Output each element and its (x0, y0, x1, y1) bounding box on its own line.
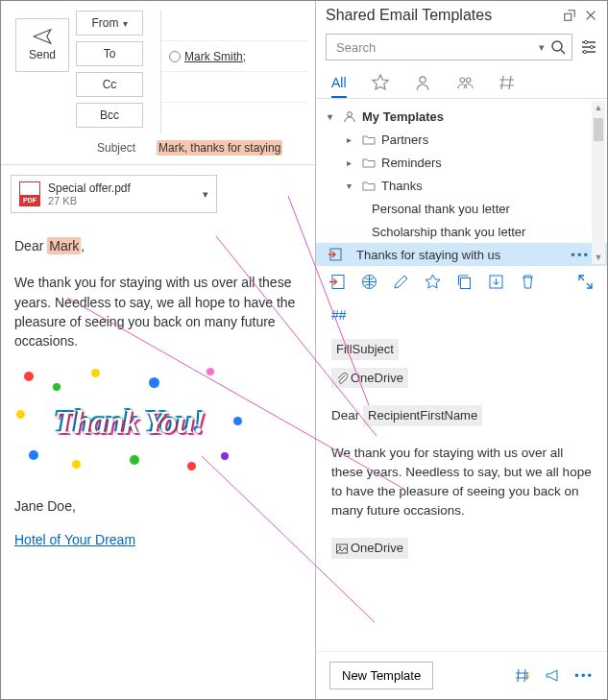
to-value-cell[interactable]: Mark Smith; (161, 41, 307, 72)
tree-folder-thanks[interactable]: ▾ Thanks (316, 174, 607, 197)
item-label: Personal thank you letter (372, 202, 510, 216)
edit-icon[interactable] (393, 274, 409, 290)
template-preview: ## FillSubject OneDrive Dear RecipientFi… (316, 298, 607, 651)
folder-open-icon (362, 179, 376, 192)
tab-person[interactable] (414, 68, 431, 98)
new-template-button[interactable]: New Template (329, 662, 433, 689)
cc-label: Cc (103, 78, 117, 91)
expand-icon[interactable] (577, 274, 594, 290)
app-root: Send From ▾ To Cc Bcc (0, 0, 608, 700)
tree-root-my-templates[interactable]: ▾ My Templates (316, 105, 607, 128)
subject-value: Mark, thanks for staying (157, 140, 282, 156)
recipient-radio-icon (169, 51, 181, 62)
scrollbar[interactable]: ▲ ▼ (592, 101, 605, 264)
new-template-label: New Template (342, 668, 421, 683)
to-label: To (104, 47, 116, 60)
svg-point-2 (590, 45, 593, 48)
announce-icon[interactable] (545, 667, 561, 684)
attachment-chip[interactable]: Special offer.pdf 27 KB ▾ (11, 175, 217, 213)
search-input[interactable]: Search ▾ (326, 34, 572, 60)
field-values-column: Mark Smith; (160, 11, 307, 133)
svg-point-6 (466, 77, 471, 82)
preview-dear: Dear (331, 408, 359, 422)
field-buttons-column: From ▾ To Cc Bcc (76, 11, 155, 133)
search-icon[interactable] (550, 39, 566, 55)
signature-link[interactable]: Hotel of Your Dream (14, 532, 135, 547)
tree-root-label: My Templates (362, 109, 444, 124)
image-icon (336, 543, 348, 555)
pdf-icon (19, 181, 40, 206)
to-recipient[interactable]: Mark Smith; (184, 50, 246, 63)
chip-label: OneDrive (351, 541, 403, 555)
templates-panel: Shared Email Templates Search ▾ All (316, 1, 607, 699)
subject-field[interactable]: Mark, thanks for staying (153, 139, 307, 157)
tree-folder-partners[interactable]: ▸ Partners (316, 128, 607, 151)
bcc-button[interactable]: Bcc (76, 103, 143, 128)
recipient-macro-chip: RecipientFirstName (363, 405, 482, 426)
attachment-name: Special offer.pdf (48, 181, 195, 195)
svg-point-7 (348, 112, 353, 117)
tab-team[interactable] (456, 68, 474, 98)
item-more-icon[interactable]: ••• (571, 248, 590, 262)
download-icon[interactable] (488, 274, 504, 290)
compose-body[interactable]: Dear Mark, We thank you for staying with… (1, 213, 315, 699)
tree-item-thanks-selected[interactable]: Thanks for staying with us ••• (316, 243, 607, 266)
cc-button[interactable]: Cc (76, 72, 143, 97)
globe-icon[interactable] (361, 274, 377, 290)
trash-icon[interactable] (520, 274, 536, 290)
scroll-up-icon[interactable]: ▲ (592, 101, 605, 114)
greeting-prefix: Dear (14, 238, 47, 253)
item-label: Thanks for staying with us (356, 248, 500, 262)
panel-footer: New Template ••• (316, 651, 607, 699)
insert-icon[interactable] (329, 274, 346, 290)
svg-point-1 (584, 40, 587, 43)
twisty-open-icon: ▾ (347, 181, 356, 191)
footer-more-icon[interactable]: ••• (574, 668, 594, 683)
to-button[interactable]: To (76, 41, 143, 66)
filter-settings-icon[interactable] (580, 38, 597, 56)
tree-folder-reminders[interactable]: ▸ Reminders (316, 151, 607, 174)
hash-bolt-icon[interactable] (515, 667, 531, 684)
attachment-text: Special offer.pdf 27 KB (48, 181, 195, 206)
tab-all[interactable]: All (331, 68, 347, 98)
template-tree: ▲ ▼ ▾ My Templates ▸ Partners ▸ Reminder… (316, 99, 607, 266)
item-label: Scholarship thank you letter (372, 225, 525, 239)
thank-you-image: Thank You! (14, 364, 245, 479)
star-outline-icon[interactable] (425, 274, 441, 290)
twisty-closed-icon: ▸ (347, 157, 356, 168)
from-button[interactable]: From ▾ (76, 11, 143, 36)
attachment-chevron-icon[interactable]: ▾ (203, 188, 208, 201)
svg-point-14 (339, 546, 341, 548)
chip-label: OneDrive (351, 371, 403, 385)
search-row: Search ▾ (316, 30, 607, 68)
preview-paragraph: We thank you for staying with us over al… (331, 444, 592, 521)
tree-item-personal[interactable]: Personal thank you letter (316, 197, 607, 220)
popout-icon[interactable] (563, 9, 576, 22)
thank-you-text: Thank You! (55, 398, 206, 446)
from-value[interactable] (161, 11, 307, 41)
bcc-value[interactable] (161, 103, 307, 133)
panel-titlebar: Shared Email Templates (316, 1, 607, 30)
search-placeholder: Search (336, 40, 539, 55)
svg-point-5 (460, 77, 465, 82)
attachment-size: 27 KB (48, 195, 195, 206)
tab-favorites[interactable] (372, 68, 389, 98)
scroll-thumb[interactable] (594, 118, 603, 141)
tree-item-scholarship[interactable]: Scholarship thank you letter (316, 220, 607, 243)
preview-body: Dear RecipientFirstName We thank you for… (331, 401, 592, 563)
tabs-row: All (316, 68, 607, 99)
send-button[interactable]: Send (15, 18, 69, 72)
tab-tags[interactable] (499, 68, 516, 98)
copy-icon[interactable] (456, 274, 473, 290)
search-chevron-icon[interactable]: ▾ (539, 41, 545, 54)
hash-icon (499, 74, 516, 91)
person-icon (414, 74, 431, 91)
from-label: From (92, 16, 119, 30)
scroll-down-icon[interactable]: ▼ (592, 251, 605, 264)
close-icon[interactable] (584, 9, 597, 22)
chip-label: RecipientFirstName (368, 408, 477, 422)
greeting-name: Mark (47, 237, 81, 254)
tab-all-label: All (331, 75, 347, 90)
preview-toolbar (316, 266, 607, 298)
cc-value[interactable] (161, 72, 307, 103)
